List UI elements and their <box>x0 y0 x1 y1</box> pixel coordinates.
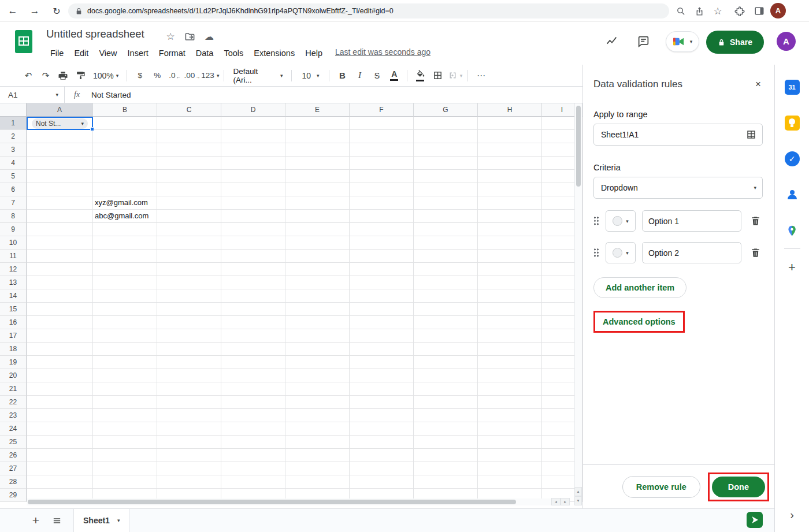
menu-extensions[interactable]: Extensions <box>248 47 300 59</box>
cell-C21[interactable] <box>157 382 221 396</box>
cell-E11[interactable] <box>285 250 350 263</box>
cell-H8[interactable] <box>478 210 542 223</box>
cell-C2[interactable] <box>157 130 221 143</box>
cell-G3[interactable] <box>414 143 478 157</box>
cell-G17[interactable] <box>414 329 478 343</box>
address-bar[interactable]: docs.google.com/spreadsheets/d/1Ld2PrJql… <box>68 3 669 18</box>
cell-F14[interactable] <box>350 289 414 303</box>
sheet-tab-sheet1[interactable]: Sheet1 ▾ <box>73 509 129 532</box>
insights-icon[interactable] <box>603 32 621 50</box>
row-header-7[interactable]: 7 <box>0 196 27 210</box>
cell-A27[interactable] <box>27 462 93 475</box>
cell-D18[interactable] <box>221 343 285 356</box>
account-avatar[interactable]: A <box>777 32 796 51</box>
increase-decimal-button[interactable]: .00→ <box>184 68 200 84</box>
meet-button[interactable]: ▾ <box>666 31 699 52</box>
bookmark-star-icon[interactable]: ☆ <box>710 3 726 19</box>
horizontal-scrollbar[interactable] <box>27 498 551 505</box>
option-input-2[interactable] <box>642 242 741 263</box>
cell-F2[interactable] <box>350 130 414 143</box>
formula-input[interactable]: Not Started <box>91 91 131 99</box>
cell-E9[interactable] <box>285 223 350 236</box>
cell-A23[interactable] <box>27 409 93 422</box>
cell-B10[interactable] <box>93 236 157 250</box>
cell-F26[interactable] <box>350 449 414 462</box>
dropdown-chip[interactable]: Not St...▾ <box>32 118 88 129</box>
cell-E18[interactable] <box>285 343 350 356</box>
cell-F18[interactable] <box>350 343 414 356</box>
add-another-item-button[interactable]: Add another item <box>593 277 686 298</box>
move-to-folder-icon[interactable] <box>183 29 196 43</box>
cell-H28[interactable] <box>478 475 542 489</box>
cell-B20[interactable] <box>93 369 157 382</box>
browser-back-icon[interactable]: ← <box>5 3 21 19</box>
italic-button[interactable]: I <box>351 68 368 84</box>
cell-C17[interactable] <box>157 329 221 343</box>
cell-C7[interactable] <box>157 196 221 210</box>
zoom-icon[interactable] <box>673 3 689 19</box>
cell-E17[interactable] <box>285 329 350 343</box>
cell-G19[interactable] <box>414 356 478 369</box>
cell-A19[interactable] <box>27 356 93 369</box>
row-header-20[interactable]: 20 <box>0 369 27 382</box>
cell-G20[interactable] <box>414 369 478 382</box>
cell-H6[interactable] <box>478 183 542 196</box>
cell-H4[interactable] <box>478 157 542 170</box>
cell-A22[interactable] <box>27 396 93 409</box>
cell-D19[interactable] <box>221 356 285 369</box>
cell-G8[interactable] <box>414 210 478 223</box>
cell-A21[interactable] <box>27 382 93 396</box>
cell-H12[interactable] <box>478 263 542 276</box>
cell-E12[interactable] <box>285 263 350 276</box>
color-swatch-dropdown[interactable]: ▾ <box>606 210 636 232</box>
cell-F7[interactable] <box>350 196 414 210</box>
cell-B7[interactable]: xyz@gmail.com <box>93 196 157 210</box>
extensions-puzzle-icon[interactable] <box>732 3 748 19</box>
cell-D9[interactable] <box>221 223 285 236</box>
cell-C1[interactable] <box>157 117 221 130</box>
cell-B12[interactable] <box>93 263 157 276</box>
keep-icon[interactable] <box>784 114 801 132</box>
cell-G14[interactable] <box>414 289 478 303</box>
row-header-22[interactable]: 22 <box>0 396 27 409</box>
delete-option-button[interactable] <box>748 214 763 229</box>
cell-H7[interactable] <box>478 196 542 210</box>
cell-F3[interactable] <box>350 143 414 157</box>
col-header-A[interactable]: A <box>27 103 93 117</box>
cell-B24[interactable] <box>93 422 157 436</box>
cell-F13[interactable] <box>350 276 414 289</box>
cell-A12[interactable] <box>27 263 93 276</box>
cell-F17[interactable] <box>350 329 414 343</box>
font-size-select[interactable]: 10▾ <box>296 68 324 84</box>
cell-G10[interactable] <box>414 236 478 250</box>
cell-G22[interactable] <box>414 396 478 409</box>
cell-B5[interactable] <box>93 170 157 183</box>
cell-D22[interactable] <box>221 396 285 409</box>
bold-button[interactable]: B <box>334 68 350 84</box>
cell-B4[interactable] <box>93 157 157 170</box>
drag-handle-icon[interactable] <box>593 216 599 226</box>
cell-F15[interactable] <box>350 303 414 316</box>
horizontal-scroll-thumb[interactable] <box>28 500 516 504</box>
browser-reload-icon[interactable]: ↻ <box>49 3 65 19</box>
cell-G23[interactable] <box>414 409 478 422</box>
format-currency-button[interactable]: $ <box>132 68 148 84</box>
borders-button[interactable] <box>429 68 446 84</box>
row-header-26[interactable]: 26 <box>0 449 27 462</box>
text-color-button[interactable]: A <box>386 68 402 84</box>
cell-A7[interactable] <box>27 196 93 210</box>
col-header-H[interactable]: H <box>478 103 542 117</box>
cell-A3[interactable] <box>27 143 93 157</box>
cell-H1[interactable] <box>478 117 542 130</box>
cell-D12[interactable] <box>221 263 285 276</box>
cell-B15[interactable] <box>93 303 157 316</box>
cell-H20[interactable] <box>478 369 542 382</box>
strikethrough-button[interactable]: S <box>369 68 385 84</box>
cell-A2[interactable] <box>27 130 93 143</box>
cell-B21[interactable] <box>93 382 157 396</box>
cell-D13[interactable] <box>221 276 285 289</box>
row-header-2[interactable]: 2 <box>0 130 27 143</box>
cloud-saved-icon[interactable]: ☁ <box>202 29 216 43</box>
remove-rule-button[interactable]: Remove rule <box>622 476 700 498</box>
cell-H16[interactable] <box>478 316 542 329</box>
